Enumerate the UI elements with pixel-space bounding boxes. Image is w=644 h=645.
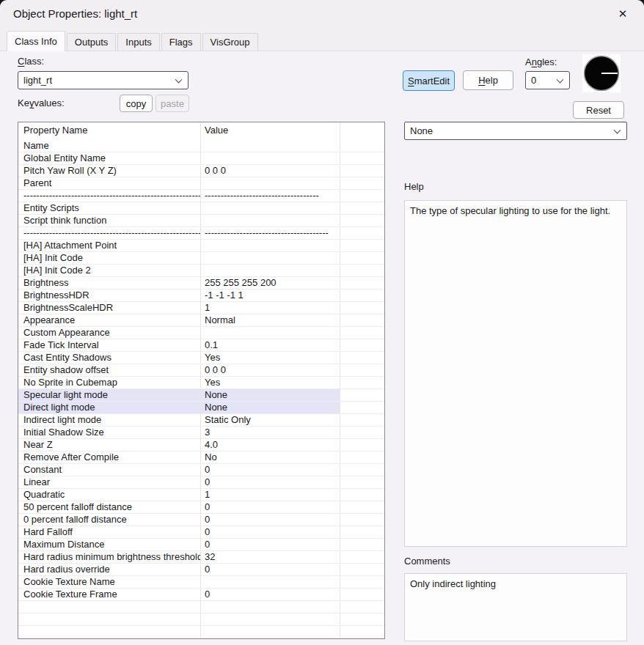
property-name-cell: Direct light mode [18,402,201,413]
property-name-cell: Hard radius override [18,564,201,575]
extra-cell [340,414,384,426]
property-value-cell: 3 [201,427,340,438]
property-value-cell: 0 [201,539,340,550]
angle-dial[interactable] [582,54,621,92]
tab-outputs[interactable]: Outputs [67,33,117,51]
table-separator-row[interactable]: ----------------------------------------… [18,227,384,240]
table-row[interactable]: Cast Entity ShadowsYes [18,352,384,364]
table-row[interactable]: Parent [18,177,384,190]
extra-cell [340,452,384,463]
extra-cell [340,352,384,364]
table-row[interactable]: Name [18,140,384,152]
table-row[interactable]: Pitch Yaw Roll (X Y Z)0 0 0 [18,165,384,177]
table-row[interactable]: BrightnessScaleHDR1 [18,302,384,314]
window-title: Object Properties: light_rt [13,7,137,20]
tab-visgroup[interactable]: VisGroup [202,33,258,51]
property-name-cell: Remove After Compile [18,452,201,463]
property-value-cell: Static Only [201,414,340,426]
table-row[interactable]: Linear0 [18,476,384,489]
angles-dropdown-value: 0 [531,75,536,86]
extra-cell [340,526,384,538]
extra-cell [340,190,384,202]
extra-cell [340,576,384,588]
table-row[interactable]: 0 percent falloff distance0 [18,514,384,526]
table-row[interactable]: Remove After CompileNo [18,452,384,464]
table-row[interactable]: Custom Appearance [18,327,384,339]
column-header-property-name[interactable]: Property Name [18,122,201,140]
table-row[interactable] [18,613,384,626]
class-dropdown-value: light_rt [23,75,52,86]
extra-cell [340,476,384,488]
table-row[interactable]: Entity Scripts [18,202,384,215]
property-value-cell [201,202,340,214]
copy-button[interactable]: copy [120,95,153,112]
extra-cell [340,514,384,526]
table-row[interactable]: 50 percent falloff distance0 [18,501,384,514]
extra-cell [340,314,384,326]
reset-button[interactable]: Reset [573,101,624,119]
extra-cell [340,626,384,638]
property-value-cell: Normal [201,314,340,326]
table-row[interactable]: [HA] Init Code [18,252,384,265]
property-name-cell: Appearance [18,314,201,326]
property-name-cell: Constant [18,464,201,476]
table-row[interactable]: [HA] Init Code 2 [18,265,384,277]
smartedit-value-dropdown[interactable]: None [404,122,627,140]
table-row[interactable]: Direct light modeNone [18,402,384,414]
table-row[interactable]: Indirect light modeStatic Only [18,414,384,427]
table-row[interactable]: Specular light modeNone [18,389,384,402]
table-row[interactable] [18,601,384,613]
table-row[interactable]: [HA] Attachment Point [18,240,384,252]
tab-class-info[interactable]: Class Info [7,31,65,51]
table-row[interactable]: Initial Shadow Size3 [18,427,384,439]
property-value-cell: 0 [201,476,340,488]
table-row[interactable]: Constant0 [18,464,384,476]
property-value-cell: 0 [201,526,340,538]
table-row[interactable] [18,626,384,638]
property-name-cell: Cookie Texture Frame [18,589,201,600]
table-row[interactable]: Maximum Distance0 [18,539,384,551]
angles-dropdown[interactable]: 0 [525,71,570,89]
property-name-cell: [HA] Init Code [18,252,201,264]
extra-cell [340,140,384,152]
table-row[interactable]: Fade Tick Interval0.1 [18,339,384,352]
property-name-cell: Hard radius minimum brightness threshold [18,551,201,563]
table-row[interactable]: Hard radius override0 [18,564,384,576]
table-row[interactable]: Global Entity Name [18,152,384,165]
table-row[interactable]: Brightness255 255 255 200 [18,277,384,290]
smartedit-button[interactable]: SmartEdit [403,70,455,91]
property-value-cell: ------------------------------------ [201,190,340,202]
table-row[interactable]: No Sprite in CubemapYes [18,377,384,389]
property-name-cell: Entity shadow offset [18,364,201,376]
column-header-value[interactable]: Value [201,122,340,140]
comments-label: Comments [404,556,450,567]
tab-flags[interactable]: Flags [161,33,201,51]
extra-cell [340,302,384,314]
property-value-cell: --------------------------------------- [201,227,340,239]
property-value-cell: 0 [201,564,340,575]
column-header-extra [340,122,384,140]
table-separator-row[interactable]: ----------------------------------------… [18,190,384,202]
property-name-cell: Cookie Texture Name [18,576,201,588]
paste-button[interactable]: paste [155,95,189,112]
property-name-cell: Near Z [18,439,201,451]
table-row[interactable]: Cookie Texture Name [18,576,384,589]
table-row[interactable]: Hard radius minimum brightness threshold… [18,551,384,564]
table-row[interactable]: Near Z4.0 [18,439,384,452]
table-row[interactable]: Script think function [18,215,384,227]
comments-textbox[interactable]: Only indirect lighting [404,573,627,641]
table-row[interactable]: Cookie Texture Frame0 [18,589,384,601]
close-icon[interactable]: ✕ [610,4,635,23]
class-label: Class: [18,56,44,67]
table-row[interactable]: AppearanceNormal [18,314,384,327]
table-row[interactable]: Quadratic1 [18,489,384,501]
table-row[interactable]: Entity shadow offset0 0 0 [18,364,384,377]
table-row[interactable]: Hard Falloff0 [18,526,384,539]
help-button[interactable]: Help [463,70,513,90]
extra-cell [340,339,384,351]
property-name-cell: 0 percent falloff distance [18,514,201,526]
tab-inputs[interactable]: Inputs [117,33,159,51]
table-row[interactable]: BrightnessHDR-1 -1 -1 1 [18,290,384,302]
extra-cell [340,177,384,189]
class-dropdown[interactable]: light_rt [18,71,189,89]
